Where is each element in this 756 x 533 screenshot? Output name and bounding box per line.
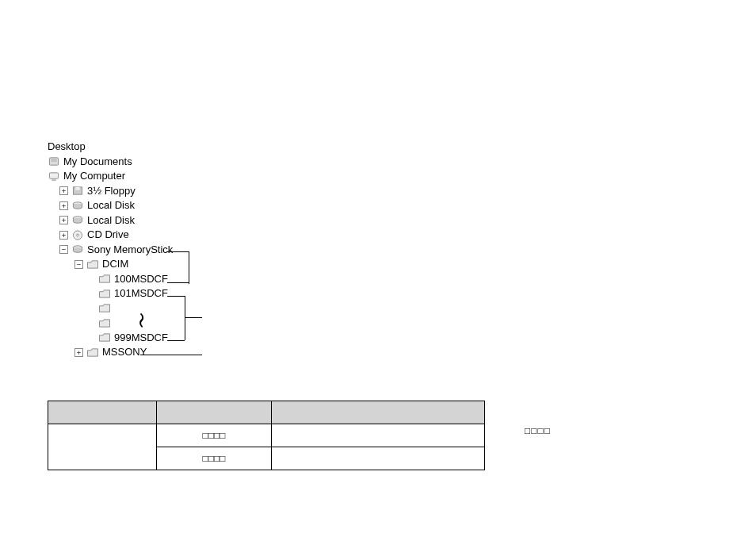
tree-row-ellipsis-2 xyxy=(48,316,173,331)
callout-line xyxy=(140,355,202,355)
expand-toggle[interactable]: − xyxy=(74,260,83,269)
info-table: □□□□ □□□□ xyxy=(48,401,485,470)
tree-label: 101MSDCF xyxy=(114,286,168,301)
tree-row-local-disk-2[interactable]: + Local Disk xyxy=(48,213,173,228)
folder-icon xyxy=(98,274,111,285)
callout-line xyxy=(167,251,189,284)
tree-row-memorystick[interactable]: − Sony MemoryStick xyxy=(48,243,173,258)
expand-toggle[interactable]: + xyxy=(59,216,68,224)
svg-point-10 xyxy=(77,234,79,236)
callout-line xyxy=(185,317,202,318)
table-header-cell xyxy=(272,401,485,424)
tree-label: 3½ Floppy xyxy=(87,184,136,199)
disk-icon xyxy=(71,215,84,226)
tree-label: Sony MemoryStick xyxy=(87,243,173,258)
tree-row-999msdcf[interactable]: 999MSDCF xyxy=(48,331,173,346)
expand-toggle[interactable]: + xyxy=(59,231,68,240)
table-header-cell xyxy=(157,401,272,424)
tree-label: CD Drive xyxy=(87,228,129,243)
table-cell xyxy=(272,424,485,447)
svg-rect-2 xyxy=(51,161,56,162)
callout-line xyxy=(167,296,185,297)
tree-row-local-disk-1[interactable]: + Local Disk xyxy=(48,198,173,213)
folder-icon xyxy=(86,259,99,270)
expand-toggle[interactable]: + xyxy=(59,201,68,210)
tree-label: My Computer xyxy=(63,169,125,184)
tree-row-floppy[interactable]: + 3½ Floppy xyxy=(48,184,173,199)
callout-line xyxy=(185,296,185,340)
side-label: □□□□ xyxy=(525,425,551,436)
tree-row-dcim[interactable]: − DCIM xyxy=(48,257,173,272)
folder-icon xyxy=(98,332,111,343)
folder-icon xyxy=(98,317,111,328)
table-cell: □□□□ xyxy=(157,447,272,470)
folder-icon xyxy=(98,288,111,299)
tree-row-101msdcf[interactable]: 101MSDCF xyxy=(48,286,173,301)
table-cell xyxy=(48,424,157,470)
tree-row-100msdcf[interactable]: 100MSDCF xyxy=(48,272,173,287)
table-header-cell xyxy=(48,401,157,424)
callout-line xyxy=(167,340,185,341)
tree-label: DCIM xyxy=(102,257,128,272)
expand-toggle[interactable]: + xyxy=(74,348,83,357)
folder-icon xyxy=(98,303,111,314)
folder-tree: Desktop My Documents My Computer + 3½ Fl… xyxy=(48,140,173,360)
folder-icon xyxy=(86,347,99,358)
svg-rect-6 xyxy=(75,187,80,190)
table-cell xyxy=(272,447,485,470)
tree-label: Local Disk xyxy=(87,213,135,228)
documents-icon xyxy=(48,156,60,167)
table-cell: □□□□ xyxy=(157,424,272,447)
table-header-row xyxy=(48,401,485,424)
expand-toggle[interactable]: − xyxy=(59,245,68,254)
table-row: □□□□ xyxy=(48,424,485,447)
tree-label: MSSONY xyxy=(102,345,147,360)
tree-row-cd-drive[interactable]: + CD Drive xyxy=(48,228,173,243)
tree-row-desktop[interactable]: Desktop xyxy=(48,140,173,155)
tree-row-ellipsis-1 xyxy=(48,301,173,316)
tree-label: Desktop xyxy=(48,140,86,155)
callout-line xyxy=(167,282,189,283)
tree-label: My Documents xyxy=(63,155,132,170)
tree-row-my-documents[interactable]: My Documents xyxy=(48,155,173,170)
tree-label: 100MSDCF xyxy=(114,272,168,287)
expand-toggle[interactable]: + xyxy=(59,186,68,195)
tree-label: 999MSDCF xyxy=(114,331,168,346)
svg-rect-1 xyxy=(51,159,56,160)
range-tilde: 〜 xyxy=(130,311,151,327)
cd-icon xyxy=(71,229,84,240)
tree-row-my-computer[interactable]: My Computer xyxy=(48,169,173,184)
disk-icon xyxy=(71,200,84,211)
tree-label: Local Disk xyxy=(87,198,135,213)
tree-row-mssony[interactable]: + MSSONY xyxy=(48,345,173,360)
svg-rect-4 xyxy=(52,179,56,181)
floppy-icon xyxy=(71,186,84,197)
computer-icon xyxy=(48,171,60,182)
disk-icon xyxy=(71,244,84,255)
svg-rect-3 xyxy=(49,173,58,178)
